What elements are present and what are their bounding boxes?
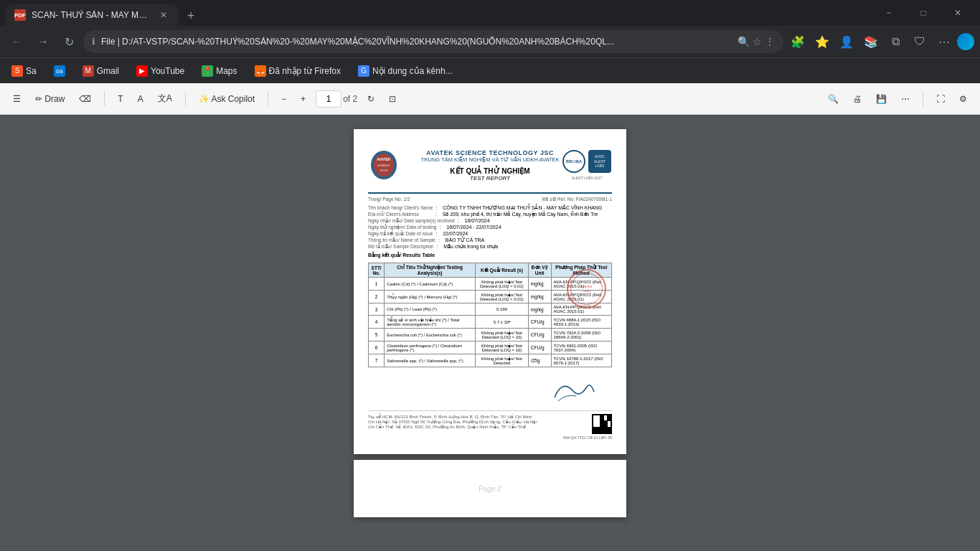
toolbar-right: 🧩 ⭐ 👤 📚 ⧉ 🛡 ⋯ <box>786 30 974 53</box>
back-button[interactable]: ← <box>6 30 29 53</box>
profile-icon[interactable]: 👤 <box>835 30 858 53</box>
bookmark-firefox[interactable]: 🦊 Đã nhập từ Firefox <box>249 62 347 80</box>
bookmark-gmail[interactable]: M Gmail <box>77 62 125 80</box>
company-sub: TRUNG TÂM KIỂM NGHIỆM VÀ TƯ VẤN UDKH AVA… <box>418 156 562 163</box>
received-row: Ngày nhận mẫu/ Date sample(s) received :… <box>368 218 612 224</box>
cell-unit: mg/kg <box>528 291 551 303</box>
testing-label: Ngày thử nghiệm/ Date of testing <box>368 225 436 230</box>
favorites-button[interactable]: ⭐ <box>811 30 834 53</box>
pdf-print-btn[interactable]: 🖨 <box>849 89 866 109</box>
collections-icon[interactable]: ⋮ <box>765 36 775 47</box>
cell-analysis: Clostridium perfringens (*) / Clostridiu… <box>385 342 476 354</box>
pdf-zoom-in[interactable]: + <box>296 89 310 109</box>
page-number-input[interactable] <box>316 90 341 108</box>
tab-favicon: PDF <box>14 9 26 21</box>
more-tools-button[interactable]: ⋯ <box>933 30 956 53</box>
received-date: 16/07/2024 <box>465 218 490 224</box>
toolbar-separator-2 <box>185 92 186 106</box>
new-tab-button[interactable]: + <box>181 6 201 26</box>
description-row: Mô tả mẫu/ Sample Description : Mẫu chứa… <box>368 244 612 250</box>
cert-badge-2: AOSC ALERT LABS <box>588 150 611 173</box>
company-info: AVATEK SCIENCE TECHNOLOGY JSC TRUNG TÂM … <box>418 149 562 182</box>
pdf-toggle-sidebar[interactable]: ☰ <box>9 89 25 109</box>
pdf-erase-btn[interactable]: ⌫ <box>75 89 95 109</box>
cell-no: 5 <box>369 329 385 342</box>
maximize-button[interactable]: □ <box>907 0 940 26</box>
toolbar-separator-4 <box>923 92 923 106</box>
toolbar-separator-3 <box>268 92 268 106</box>
testing-row: Ngày thử nghiệm/ Date of testing : 16/07… <box>368 225 612 230</box>
split-screen-button[interactable]: ⧉ <box>884 30 907 53</box>
sample-name-row: Thông tin mẫu/ Name of Sample : BÁO TỬ C… <box>368 237 612 243</box>
sample-name-label: Thông tin mẫu/ Name of Sample <box>368 237 435 243</box>
pdf-toolbar: ☰ ✏ Draw ⌫ T A 文A ✨ Ask Copilot − + of 2… <box>0 83 980 115</box>
window-controls: − □ ✕ <box>872 0 974 26</box>
edge-copilot-button[interactable] <box>957 33 974 50</box>
forward-button[interactable]: → <box>32 30 55 53</box>
star-icon[interactable]: ☆ <box>753 36 762 47</box>
extensions-button[interactable]: 🧩 <box>786 30 809 53</box>
pdf-more-btn[interactable]: ⋯ <box>897 89 914 109</box>
signature-svg <box>547 376 598 405</box>
address-bar[interactable]: ℹ File | D:/AT-VSTP/SCAN-%20THUỶ%20SẢN%2… <box>83 30 783 53</box>
refresh-button[interactable]: ↻ <box>57 30 80 53</box>
bookmark-gmail-label: Gmail <box>97 66 119 76</box>
tab-title: SCAN- THUỶ SẢN - MAY MẶC Vĩ... <box>32 10 152 20</box>
tab-close-button[interactable]: ✕ <box>158 9 169 21</box>
pdf-fit-btn[interactable]: ⊡ <box>385 89 400 109</box>
bookmark-firefox-label: Đã nhập từ Firefox <box>269 66 341 76</box>
bookmark-channel[interactable]: G Nội dung của kênh... <box>352 62 458 80</box>
cell-unit: mg/kg <box>528 303 551 316</box>
minimize-button[interactable]: − <box>872 0 905 26</box>
active-tab[interactable]: PDF SCAN- THUỶ SẢN - MAY MẶC Vĩ... ✕ <box>6 4 178 26</box>
pdf-settings-btn[interactable]: ⚙ <box>955 89 971 109</box>
address-label: Địa chỉ/ Client's Address <box>368 212 433 217</box>
browser-essentials-button[interactable]: 🛡 <box>908 30 931 53</box>
client-label: Tên khách hàng/ Client's Name <box>368 205 433 211</box>
search-address-icon[interactable]: 🔍 <box>738 36 750 47</box>
ask-copilot-btn[interactable]: ✨ Ask Copilot <box>194 89 259 109</box>
pdf-page-2-preview: Page 2 <box>354 460 626 517</box>
cell-no: 2 <box>369 291 385 303</box>
bookmark-youtube[interactable]: ▶ YouTube <box>131 62 190 80</box>
cell-no: 1 <box>369 278 385 291</box>
browser-window: PDF SCAN- THUỶ SẢN - MAY MẶC Vĩ... ✕ + −… <box>0 0 980 551</box>
pdf-search-btn[interactable]: 🔍 <box>824 89 843 109</box>
pdf-save-btn[interactable]: 💾 <box>872 89 891 109</box>
footer-right: AVA-QA-TTCL7.8F.01 LBH: 05 <box>563 414 612 440</box>
issue-label: Ngày trả kết quả/ Date of issue <box>368 231 433 237</box>
cell-result: Không phát hiện/ Not Detected <box>475 354 528 367</box>
navigation-toolbar: ← → ↻ ℹ File | D:/AT-VSTP/SCAN-%20THUỶ%2… <box>0 26 980 57</box>
tab-bar: PDF SCAN- THUỶ SẢN - MAY MẶC Vĩ... ✕ + <box>6 0 870 26</box>
cert-badges: BRC-IIEA AOSC ALERT LABS ALERT LABS 2017 <box>562 150 612 180</box>
pdf-rotate-btn[interactable]: ↻ <box>363 89 379 109</box>
description-value: Mẫu chứa trong túi nhựa <box>443 244 498 250</box>
oa-favicon: oa <box>54 65 65 77</box>
close-button[interactable]: ✕ <box>941 0 974 26</box>
pdf-fullscreen-btn[interactable]: ⛶ <box>932 89 949 109</box>
issue-date: 22/07/2024 <box>443 231 468 237</box>
pdf-zoom-out[interactable]: − <box>277 89 291 109</box>
bookmark-sa[interactable]: S Sa <box>6 62 42 80</box>
cell-analysis: Thủy ngân (Hg) (*) / Mercury (Hg) (*) <box>385 291 476 303</box>
bookmark-oa[interactable]: oa <box>48 62 71 80</box>
cell-result: Không phát hiện/ Not Detected (LOQ = 10) <box>475 329 528 342</box>
footer-addresses: Trụ sở HCM: 6A/123 Bình Thành, P. Bình H… <box>368 414 557 440</box>
cell-unit: CFU/g <box>528 316 551 329</box>
pdf-draw-btn[interactable]: ✏ Draw <box>31 89 69 109</box>
footer-code: AVA-QA-TTCL7.8F.01 LBH: 05 <box>563 435 612 440</box>
pdf-text-btn[interactable]: T <box>113 89 127 109</box>
cell-analysis: Salmonella spp. (*) / Salmonella spp. (*… <box>385 354 476 367</box>
pdf-font-btn[interactable]: A <box>133 89 148 109</box>
bookmark-channel-label: Nội dung của kênh... <box>372 66 453 76</box>
collections-button[interactable]: 📚 <box>859 30 882 53</box>
pdf-viewer[interactable]: AVATEK SCIENCE TECH AVATEK SCIENCE TECHN… <box>0 115 980 551</box>
bookmark-maps[interactable]: 📍 Maps <box>196 62 242 80</box>
doc-subtitle: TEST REPORT <box>418 175 562 182</box>
pdf-translate-btn[interactable]: 文A <box>154 89 176 109</box>
cell-unit: CFU/g <box>528 342 551 354</box>
cell-result: Không phát hiện/ Not Detected (LOQ = 0.0… <box>475 278 528 291</box>
cell-unit: mg/kg <box>528 278 551 291</box>
table-row: 6 Clostridium perfringens (*) / Clostrid… <box>369 342 612 354</box>
cert-badge-1: BRC-IIEA <box>562 150 585 173</box>
